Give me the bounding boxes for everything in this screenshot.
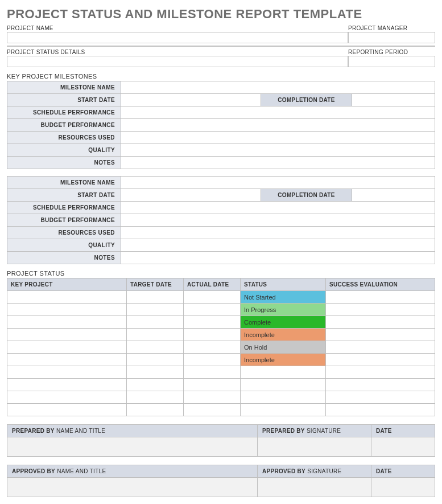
date-label: DATE bbox=[376, 428, 392, 434]
actual-date-cell[interactable] bbox=[184, 304, 241, 316]
project-name-label: PROJECT NAME bbox=[7, 24, 348, 32]
success-evaluation-cell[interactable] bbox=[326, 354, 435, 366]
status-cell[interactable]: In Progress bbox=[241, 304, 326, 316]
prepared-by-name-cell[interactable] bbox=[7, 437, 258, 457]
target-date-cell[interactable] bbox=[127, 291, 184, 304]
actual-date-cell[interactable] bbox=[184, 329, 241, 341]
key-project-cell[interactable] bbox=[7, 316, 127, 329]
quality-label: QUALITY bbox=[7, 239, 121, 252]
name-title-label-2: NAME AND TITLE bbox=[57, 468, 106, 474]
key-project-cell[interactable] bbox=[7, 341, 127, 354]
key-project-cell[interactable] bbox=[7, 329, 127, 341]
reporting-period-input[interactable] bbox=[348, 56, 435, 67]
budget-performance-label: BUDGET PERFORMANCE bbox=[7, 119, 121, 132]
completion-date-cell[interactable] bbox=[352, 94, 435, 106]
target-date-cell[interactable] bbox=[127, 366, 184, 379]
budget-performance-cell[interactable] bbox=[121, 214, 435, 227]
success-evaluation-cell[interactable] bbox=[326, 291, 435, 304]
notes-cell[interactable] bbox=[121, 157, 435, 169]
target-date-cell[interactable] bbox=[127, 341, 184, 354]
resources-used-label: RESOURCES USED bbox=[7, 227, 121, 239]
key-project-cell[interactable] bbox=[7, 379, 127, 391]
success-evaluation-cell[interactable] bbox=[326, 391, 435, 404]
success-evaluation-cell[interactable] bbox=[326, 379, 435, 391]
table-row: Complete bbox=[7, 316, 435, 329]
status-cell[interactable] bbox=[241, 366, 326, 379]
approved-by-table: APPROVED BY NAME AND TITLE APPROVED BY S… bbox=[7, 465, 435, 497]
resources-used-cell[interactable] bbox=[121, 132, 435, 144]
approved-by-name-cell[interactable] bbox=[7, 478, 258, 497]
col-key-project: KEY PROJECT bbox=[7, 278, 127, 291]
success-evaluation-cell[interactable] bbox=[326, 316, 435, 329]
table-row bbox=[7, 391, 435, 404]
notes-cell[interactable] bbox=[121, 252, 435, 264]
success-evaluation-cell[interactable] bbox=[326, 329, 435, 341]
status-cell[interactable]: Complete bbox=[241, 316, 326, 329]
col-actual-date: ACTUAL DATE bbox=[184, 278, 241, 291]
actual-date-cell[interactable] bbox=[184, 316, 241, 329]
start-date-cell[interactable] bbox=[121, 189, 261, 202]
schedule-performance-cell[interactable] bbox=[121, 106, 435, 119]
actual-date-cell[interactable] bbox=[184, 366, 241, 379]
target-date-cell[interactable] bbox=[127, 404, 184, 416]
milestone-name-cell[interactable] bbox=[121, 81, 435, 94]
milestone-name-cell[interactable] bbox=[121, 177, 435, 189]
key-project-cell[interactable] bbox=[7, 304, 127, 316]
status-cell[interactable] bbox=[241, 379, 326, 391]
success-evaluation-cell[interactable] bbox=[326, 404, 435, 416]
quality-label: QUALITY bbox=[7, 144, 121, 157]
approved-by-date-cell[interactable] bbox=[371, 478, 435, 497]
key-project-cell[interactable] bbox=[7, 404, 127, 416]
name-title-label: NAME AND TITLE bbox=[56, 428, 105, 434]
project-status-table: KEY PROJECT TARGET DATE ACTUAL DATE STAT… bbox=[7, 278, 435, 416]
status-cell[interactable]: Not Started bbox=[241, 291, 326, 304]
target-date-cell[interactable] bbox=[127, 304, 184, 316]
budget-performance-cell[interactable] bbox=[121, 119, 435, 132]
project-manager-input[interactable] bbox=[348, 32, 435, 43]
actual-date-cell[interactable] bbox=[184, 341, 241, 354]
actual-date-cell[interactable] bbox=[184, 354, 241, 366]
status-details-input[interactable] bbox=[7, 56, 348, 67]
actual-date-cell[interactable] bbox=[184, 379, 241, 391]
key-project-cell[interactable] bbox=[7, 354, 127, 366]
completion-date-label: COMPLETION DATE bbox=[261, 189, 352, 202]
approved-by-label-2: APPROVED BY bbox=[262, 468, 305, 474]
completion-date-cell[interactable] bbox=[352, 189, 435, 202]
notes-label: NOTES bbox=[7, 157, 121, 169]
table-row: Not Started bbox=[7, 291, 435, 304]
start-date-cell[interactable] bbox=[121, 94, 261, 106]
quality-cell[interactable] bbox=[121, 239, 435, 252]
actual-date-cell[interactable] bbox=[184, 404, 241, 416]
status-cell[interactable]: Incomplete bbox=[241, 329, 326, 341]
quality-cell[interactable] bbox=[121, 144, 435, 157]
target-date-cell[interactable] bbox=[127, 354, 184, 366]
target-date-cell[interactable] bbox=[127, 391, 184, 404]
actual-date-cell[interactable] bbox=[184, 391, 241, 404]
target-date-cell[interactable] bbox=[127, 316, 184, 329]
status-cell[interactable]: Incomplete bbox=[241, 354, 326, 366]
prepared-by-signature-cell[interactable] bbox=[258, 437, 371, 457]
status-cell[interactable]: On Hold bbox=[241, 341, 326, 354]
status-cell[interactable] bbox=[241, 404, 326, 416]
key-project-cell[interactable] bbox=[7, 391, 127, 404]
approved-by-signature-cell[interactable] bbox=[258, 478, 371, 497]
approved-by-signature-header: APPROVED BY SIGNATURE bbox=[258, 465, 371, 478]
prepared-by-name-header: PREPARED BY NAME AND TITLE bbox=[7, 425, 258, 437]
target-date-cell[interactable] bbox=[127, 379, 184, 391]
status-cell[interactable] bbox=[241, 391, 326, 404]
schedule-performance-cell[interactable] bbox=[121, 202, 435, 214]
key-project-cell[interactable] bbox=[7, 291, 127, 304]
key-project-cell[interactable] bbox=[7, 366, 127, 379]
col-target-date: TARGET DATE bbox=[127, 278, 184, 291]
schedule-performance-label: SCHEDULE PERFORMANCE bbox=[7, 202, 121, 214]
success-evaluation-cell[interactable] bbox=[326, 341, 435, 354]
resources-used-cell[interactable] bbox=[121, 227, 435, 239]
actual-date-cell[interactable] bbox=[184, 291, 241, 304]
prepared-by-date-cell[interactable] bbox=[371, 437, 435, 457]
success-evaluation-cell[interactable] bbox=[326, 304, 435, 316]
milestone-name-label: MILESTONE NAME bbox=[7, 177, 121, 189]
reporting-period-label: REPORTING PERIOD bbox=[348, 48, 435, 56]
target-date-cell[interactable] bbox=[127, 329, 184, 341]
success-evaluation-cell[interactable] bbox=[326, 366, 435, 379]
project-name-input[interactable] bbox=[7, 32, 348, 43]
